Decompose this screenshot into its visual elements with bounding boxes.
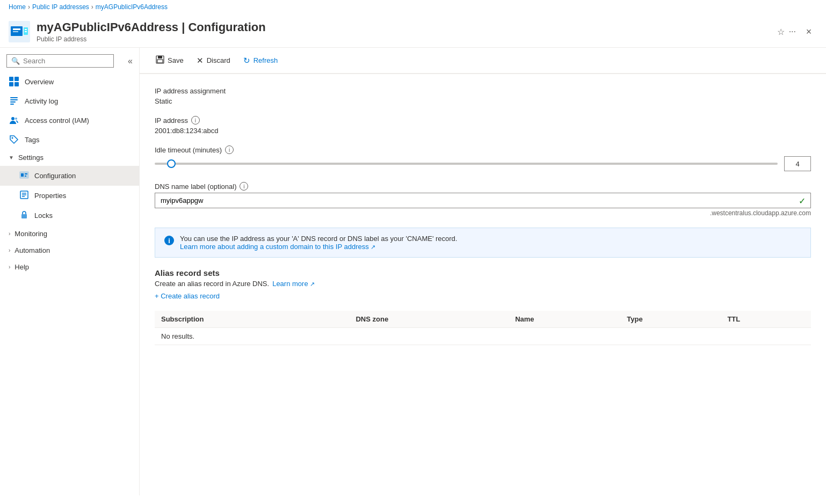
sidebar-item-activity-log[interactable]: Activity log bbox=[0, 91, 139, 111]
sidebar-section-settings[interactable]: ▼ Settings bbox=[0, 149, 139, 166]
sidebar-section-automation[interactable]: › Automation bbox=[0, 242, 139, 259]
ip-address-label: IP address i bbox=[155, 116, 811, 125]
page-subtitle: Public IP address bbox=[37, 35, 777, 43]
info-box-link[interactable]: Learn more about adding a custom domain … bbox=[180, 243, 375, 251]
sidebar-item-locks[interactable]: Locks bbox=[0, 206, 139, 225]
more-icon[interactable]: ··· bbox=[789, 27, 796, 36]
svg-rect-2 bbox=[13, 28, 20, 30]
search-box[interactable]: 🔍 bbox=[6, 54, 114, 68]
dns-name-input[interactable] bbox=[155, 193, 811, 208]
properties-icon bbox=[19, 190, 29, 201]
slider-track bbox=[155, 163, 778, 165]
ip-assignment-label: IP address assignment bbox=[155, 87, 811, 95]
svg-rect-12 bbox=[10, 99, 18, 100]
svg-rect-7 bbox=[9, 77, 13, 81]
sidebar-section-help[interactable]: › Help bbox=[0, 259, 139, 275]
save-icon bbox=[156, 55, 164, 65]
dns-checkmark-icon: ✓ bbox=[799, 195, 806, 206]
toolbar: Save ✕ Discard ↻ Refresh bbox=[140, 48, 826, 74]
alias-record-sets-section: Alias record sets Create an alias record… bbox=[155, 268, 811, 300]
col-header-subscription: Subscription bbox=[155, 311, 349, 328]
sidebar-item-configuration[interactable]: Configuration bbox=[0, 166, 139, 186]
ip-address-info-icon[interactable]: i bbox=[191, 116, 200, 125]
svg-rect-28 bbox=[158, 56, 162, 59]
dns-input-row: ✓ bbox=[155, 193, 811, 208]
ip-assignment-group: IP address assignment Static bbox=[155, 87, 811, 105]
locks-icon bbox=[19, 210, 29, 221]
svg-rect-5 bbox=[25, 29, 27, 30]
resource-icon bbox=[9, 21, 30, 42]
page-header: myAGPublicIPv6Address | Configuration Pu… bbox=[0, 14, 826, 48]
slider-thumb bbox=[167, 159, 176, 168]
idle-timeout-label: Idle timeout (minutes) i bbox=[155, 145, 811, 154]
svg-rect-11 bbox=[10, 97, 18, 98]
svg-rect-29 bbox=[157, 60, 163, 63]
idle-timeout-info-icon[interactable]: i bbox=[225, 145, 234, 154]
alias-table: Subscription DNS zone Name Type TTL No r… bbox=[155, 311, 811, 345]
col-header-dns-zone: DNS zone bbox=[349, 311, 509, 328]
sidebar-item-properties[interactable]: Properties bbox=[0, 186, 139, 206]
svg-point-16 bbox=[15, 118, 17, 120]
tags-icon bbox=[9, 134, 19, 145]
sidebar-section-monitoring[interactable]: › Monitoring bbox=[0, 225, 139, 242]
help-chevron-icon: › bbox=[9, 264, 10, 270]
ip-address-value: 2001:db8:1234:abcd bbox=[155, 127, 811, 135]
page-title: myAGPublicIPv6Address | Configuration bbox=[37, 20, 777, 34]
configuration-icon bbox=[19, 170, 29, 181]
refresh-label: Refresh bbox=[253, 56, 278, 64]
col-header-type: Type bbox=[620, 311, 721, 328]
breadcrumb-public-ip[interactable]: Public IP addresses bbox=[32, 3, 89, 11]
external-link-icon: ↗ bbox=[371, 244, 375, 250]
col-header-ttl: TTL bbox=[721, 311, 811, 328]
svg-rect-8 bbox=[15, 77, 19, 81]
idle-timeout-slider-container bbox=[155, 158, 778, 169]
activity-log-icon bbox=[9, 96, 19, 106]
search-input[interactable] bbox=[23, 57, 109, 65]
settings-chevron-icon: ▼ bbox=[9, 155, 14, 160]
sidebar: 🔍 « Overview Activity log Access control… bbox=[0, 48, 140, 495]
svg-rect-26 bbox=[21, 214, 27, 218]
dns-label-group: DNS name label (optional) i ✓ .westcentr… bbox=[155, 182, 811, 217]
alias-ext-link-icon: ↗ bbox=[310, 281, 315, 287]
create-alias-record-link[interactable]: + Create alias record bbox=[155, 292, 220, 300]
discard-button[interactable]: ✕ Discard bbox=[191, 53, 236, 69]
sidebar-item-label-iam: Access control (IAM) bbox=[25, 116, 89, 125]
sidebar-item-overview[interactable]: Overview bbox=[0, 72, 139, 91]
col-header-name: Name bbox=[509, 311, 620, 328]
dns-label-label: DNS name label (optional) i bbox=[155, 182, 811, 191]
alias-learn-more-link[interactable]: Learn more ↗ bbox=[272, 280, 315, 288]
refresh-button[interactable]: ↻ Refresh bbox=[238, 53, 284, 69]
collapse-sidebar-icon[interactable]: « bbox=[128, 56, 133, 66]
svg-rect-14 bbox=[10, 104, 14, 105]
breadcrumb: Home › Public IP addresses › myAGPublicI… bbox=[0, 0, 826, 14]
alias-section-desc: Create an alias record in Azure DNS. Lea… bbox=[155, 280, 811, 288]
sidebar-item-label-tags: Tags bbox=[25, 136, 39, 144]
dns-info-icon[interactable]: i bbox=[240, 182, 248, 191]
svg-point-17 bbox=[12, 137, 13, 139]
overview-icon bbox=[9, 76, 19, 87]
breadcrumb-home[interactable]: Home bbox=[9, 3, 26, 11]
slider-value-box: 4 bbox=[784, 156, 811, 171]
svg-rect-19 bbox=[21, 173, 24, 177]
close-button[interactable]: × bbox=[800, 23, 817, 40]
search-icon: 🔍 bbox=[11, 57, 20, 65]
sidebar-item-tags[interactable]: Tags bbox=[0, 130, 139, 149]
header-title-block: myAGPublicIPv6Address | Configuration Pu… bbox=[37, 20, 777, 43]
help-section-label: Help bbox=[15, 263, 29, 271]
save-button[interactable]: Save bbox=[150, 52, 189, 69]
refresh-icon: ↻ bbox=[243, 56, 250, 65]
no-results-cell: No results. bbox=[155, 328, 811, 345]
automation-chevron-icon: › bbox=[9, 247, 10, 253]
sidebar-item-access-control[interactable]: Access control (IAM) bbox=[0, 111, 139, 130]
sidebar-search-container: 🔍 « bbox=[0, 52, 139, 72]
access-control-icon bbox=[9, 115, 19, 126]
dns-suffix: .westcentralus.cloudapp.azure.com bbox=[155, 209, 811, 217]
header-actions: ☆ ··· × bbox=[777, 23, 817, 40]
sidebar-item-label-overview: Overview bbox=[25, 78, 54, 86]
monitoring-section-label: Monitoring bbox=[15, 230, 47, 238]
monitoring-chevron-icon: › bbox=[9, 231, 10, 237]
favorite-icon[interactable]: ☆ bbox=[777, 27, 785, 37]
ip-address-group: IP address i 2001:db8:1234:abcd bbox=[155, 116, 811, 135]
save-label: Save bbox=[168, 56, 184, 64]
svg-text:i: i bbox=[168, 237, 170, 245]
